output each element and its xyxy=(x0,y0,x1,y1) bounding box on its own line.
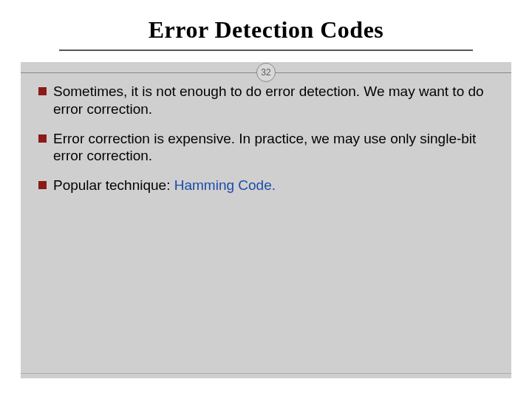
list-item: Popular technique: Hamming Code. xyxy=(38,177,497,194)
title-container: Error Detection Codes xyxy=(59,9,473,51)
bullet-text: Sometimes, it is not enough to do error … xyxy=(53,83,497,118)
list-item: Sometimes, it is not enough to do error … xyxy=(38,83,497,118)
bullet-square-icon xyxy=(38,134,47,143)
footer-divider xyxy=(21,373,511,374)
bullet-prefix: Popular technique: xyxy=(53,177,174,193)
bullet-list: Sometimes, it is not enough to do error … xyxy=(38,83,497,206)
slide: Error Detection Codes 32 Sometimes, it i… xyxy=(0,0,532,399)
slide-number-badge: 32 xyxy=(256,63,276,82)
slide-title: Error Detection Codes xyxy=(59,16,473,44)
slide-number: 32 xyxy=(261,67,270,78)
bullet-text: Error correction is expensive. In practi… xyxy=(53,130,497,166)
list-item: Error correction is expensive. In practi… xyxy=(38,130,497,166)
bullet-text: Popular technique: Hamming Code. xyxy=(53,177,497,194)
hamming-code-link[interactable]: Hamming Code. xyxy=(174,177,276,193)
bullet-square-icon xyxy=(38,87,47,95)
bullet-square-icon xyxy=(38,181,47,189)
